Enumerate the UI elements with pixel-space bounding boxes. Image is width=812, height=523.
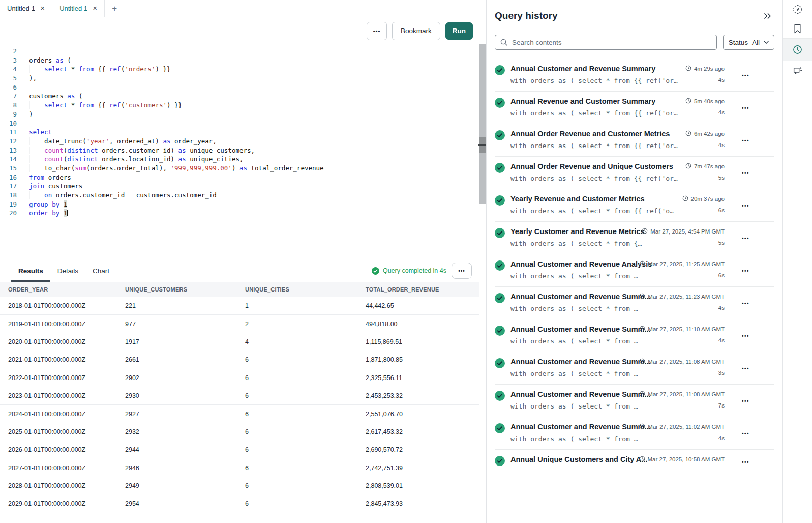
editor-pane: Untitled 1 ✕ Untitled 1 ✕ + ••• Bookmark…	[0, 0, 479, 523]
history-item-timestamp: 7m 47s ago	[685, 163, 725, 170]
table-cell: 1,871,800.85	[366, 356, 479, 363]
history-item-title: Yearly Revenue and Customer Metrics	[510, 195, 674, 203]
history-item[interactable]: Annual Customer and Revenue Analysiswith…	[495, 254, 774, 287]
history-item[interactable]: Annual Order Revenue and Customer Metric…	[495, 124, 774, 157]
history-item-title: Annual Customer and Revenue Summ...	[510, 293, 651, 301]
history-item-title: Annual Customer and Revenue Summary	[510, 65, 678, 73]
sql-editor[interactable]: 23orders as (4 select * from {{ ref('ord…	[0, 44, 479, 262]
table-row: 2026-01-01T00:00:00.000Z294462,690,570.7…	[0, 441, 479, 459]
code-token: 'year'	[86, 137, 109, 145]
code-token: (	[64, 56, 71, 64]
code-token: from	[79, 65, 94, 73]
tab-results[interactable]: Results	[11, 259, 50, 282]
new-tab-button[interactable]: +	[105, 0, 124, 17]
table-cell: 2949	[125, 482, 245, 489]
history-item-menu-button[interactable]: •••	[742, 398, 749, 403]
results-tab-bar: Results Details Chart Query completed in…	[0, 259, 479, 282]
history-item[interactable]: Yearly Customer and Revenue Metricswith …	[495, 222, 774, 254]
line-number: 14	[0, 155, 17, 164]
bookmark-button[interactable]: Bookmark	[392, 22, 440, 40]
code-token: as	[56, 56, 64, 64]
code-line: 16from orders	[0, 173, 479, 182]
tab-label: Untitled 1	[7, 5, 35, 12]
history-item-sql-preview: with orders as ( select * from …	[510, 402, 651, 410]
history-item-menu-button[interactable]: •••	[742, 300, 749, 306]
status-filter-dropdown[interactable]: Status All	[723, 35, 774, 50]
table-cell: 2954	[125, 500, 245, 507]
code-token: count	[44, 147, 64, 154]
history-item-sql-preview: with orders as ( select * from {{ ref('o…	[510, 77, 678, 84]
code-line: 20order by 1	[0, 209, 479, 218]
history-item-menu-button[interactable]: •••	[742, 235, 749, 241]
history-item-timestamp: Mar 27, 2025, 11:08 AM GMT	[639, 358, 725, 365]
table-cell: 2,325,556.11	[366, 374, 479, 382]
success-check-icon	[495, 326, 505, 336]
table-cell: 1,115,869.51	[366, 338, 479, 345]
scrollbar-thumb[interactable]	[479, 137, 486, 153]
success-check-icon	[495, 260, 505, 271]
history-item-sql-preview: with orders as ( select * from …	[510, 370, 651, 377]
code-token: )	[232, 164, 239, 172]
history-item[interactable]: Annual Unique Customers and City A...Mar…	[495, 450, 774, 474]
editor-scrollbar[interactable]	[479, 44, 486, 204]
table-header-row: ORDER_YEARUNIQUE_CUSTOMERSUNIQUE_CITIEST…	[0, 282, 479, 297]
clock-icon	[639, 423, 645, 430]
model-ref-link[interactable]: 'customers'	[125, 101, 167, 109]
history-item-menu-button[interactable]: •••	[742, 333, 749, 338]
history-item-menu-button[interactable]: •••	[742, 459, 749, 465]
success-check-icon	[495, 293, 505, 303]
history-item[interactable]: Annual Customer and Revenue Summ...with …	[495, 319, 774, 352]
history-item-menu-button[interactable]: •••	[742, 202, 749, 208]
table-cell: 6	[245, 374, 366, 382]
history-item-menu-button[interactable]: •••	[742, 170, 749, 176]
tab-untitled-1[interactable]: Untitled 1 ✕	[0, 0, 52, 17]
close-icon[interactable]: ✕	[40, 5, 45, 12]
model-ref-link[interactable]: 'orders'	[125, 65, 155, 73]
history-item-menu-button[interactable]: •••	[742, 137, 749, 143]
history-item-menu-button[interactable]: •••	[742, 430, 749, 436]
history-item[interactable]: Annual Customer and Revenue Summ...with …	[495, 352, 774, 385]
chevron-down-icon	[764, 41, 769, 44]
history-item-sql-preview: with orders as ( select * from {{ ref('o…	[510, 109, 678, 117]
bookmark-icon[interactable]	[783, 19, 812, 39]
table-row: 2021-01-01T00:00:00.000Z266161,871,800.8…	[0, 351, 479, 369]
text-cursor	[67, 210, 68, 216]
query-history-icon[interactable]	[783, 39, 812, 61]
code-token	[59, 200, 64, 208]
compass-icon[interactable]	[783, 0, 812, 19]
history-item[interactable]: Annual Customer and Revenue Summ...with …	[495, 287, 774, 319]
history-item[interactable]: Annual Customer and Revenue Summ...with …	[495, 417, 774, 450]
run-button[interactable]: Run	[445, 22, 473, 40]
history-item-menu-button[interactable]: •••	[742, 105, 749, 110]
history-item-menu-button[interactable]: •••	[742, 365, 749, 371]
clock-icon	[685, 65, 691, 72]
collapse-panel-icon[interactable]	[764, 12, 771, 21]
history-item-menu-button[interactable]: •••	[742, 72, 749, 78]
assistant-chat-icon[interactable]	[783, 61, 812, 80]
table-cell: 221	[125, 302, 245, 309]
code-token: )	[29, 110, 33, 118]
tab-untitled-2[interactable]: Untitled 1 ✕	[52, 0, 105, 17]
tab-details[interactable]: Details	[50, 259, 85, 282]
table-cell: 2026-01-01T00:00:00.000Z	[8, 446, 125, 453]
more-options-button[interactable]: •••	[367, 22, 387, 40]
close-icon[interactable]: ✕	[93, 5, 97, 12]
line-number: 9	[0, 110, 17, 119]
code-line: 6	[0, 83, 479, 92]
history-item[interactable]: Yearly Revenue and Customer Metricswith …	[495, 189, 774, 222]
history-item-menu-button[interactable]: •••	[742, 268, 749, 273]
history-item[interactable]: Annual Customer and Revenue Summ...with …	[495, 385, 774, 417]
table-row: 2020-01-01T00:00:00.000Z191741,115,869.5…	[0, 333, 479, 351]
table-cell: 2027-01-01T00:00:00.000Z	[8, 464, 125, 472]
code-line: 17join customers	[0, 182, 479, 191]
tab-chart[interactable]: Chart	[85, 259, 116, 282]
search-input[interactable]	[495, 35, 717, 50]
history-item-title: Annual Customer and Revenue Summ...	[510, 325, 651, 333]
code-line: 3orders as (	[0, 56, 479, 65]
history-item[interactable]: Annual Customer and Revenue Summarywith …	[495, 59, 774, 92]
results-more-button[interactable]: •••	[452, 263, 472, 279]
table-row: 2023-01-01T00:00:00.000Z293062,453,253.3…	[0, 387, 479, 405]
history-item[interactable]: Annual Revenue and Customer Summarywith …	[495, 92, 774, 124]
table-cell: 2,845,473.93	[366, 500, 479, 507]
history-item[interactable]: Annual Order Revenue and Unique Customer…	[495, 157, 774, 189]
